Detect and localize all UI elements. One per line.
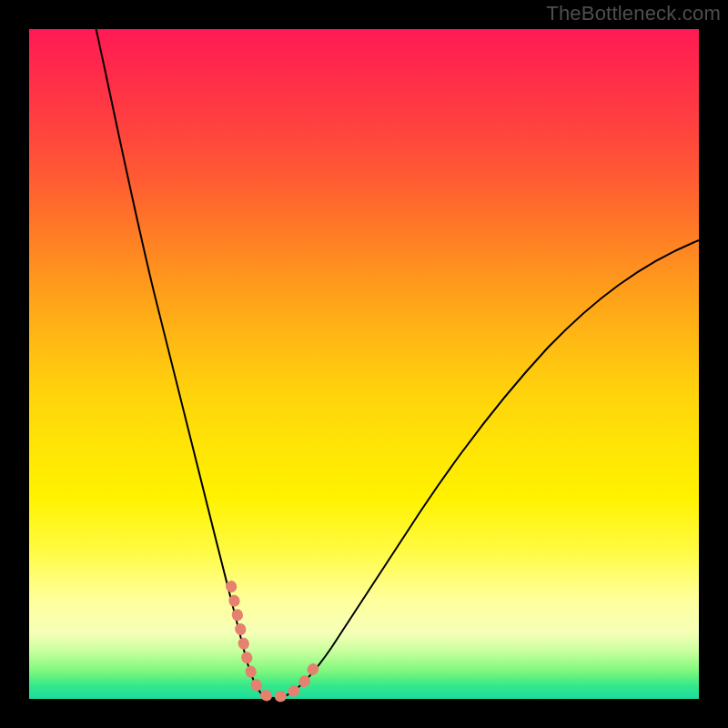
plot-area xyxy=(29,29,699,699)
watermark-text: TheBottleneck.com xyxy=(546,2,721,25)
highlight-peach-segment xyxy=(231,586,315,697)
curve-layer xyxy=(29,29,699,699)
bottleneck-curve xyxy=(96,29,699,698)
chart-frame: TheBottleneck.com xyxy=(0,0,728,728)
